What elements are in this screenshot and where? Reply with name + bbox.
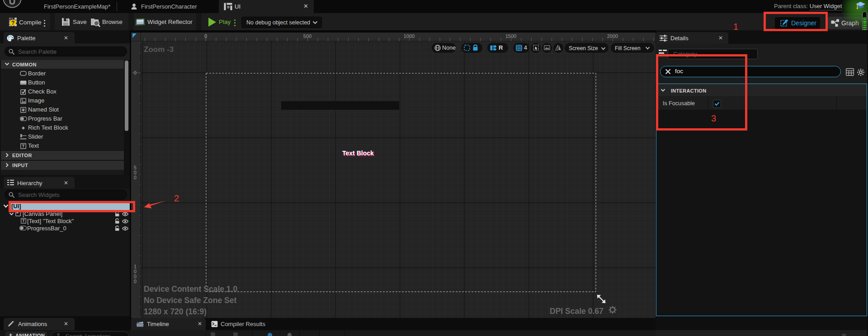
svg-text:0: 0	[134, 70, 137, 75]
svg-text:1500: 1500	[505, 33, 516, 39]
svg-text:0: 0	[134, 279, 137, 284]
svg-text:0: 0	[204, 33, 207, 39]
svg-text:?: ?	[11, 20, 15, 26]
svg-text:Text Block: Text Block	[342, 149, 374, 157]
svg-text:2000: 2000	[607, 33, 618, 39]
svg-text:500: 500	[303, 33, 311, 39]
svg-text:Zoom -3: Zoom -3	[144, 45, 174, 54]
svg-text:1000: 1000	[404, 33, 415, 39]
svg-text:DPI Scale 0.67: DPI Scale 0.67	[550, 307, 604, 316]
svg-text:1280 x 720 (16:9): 1280 x 720 (16:9)	[144, 307, 207, 316]
svg-text:Device Content Scale 1.0: Device Content Scale 1.0	[144, 285, 237, 294]
svg-text:0: 0	[134, 175, 137, 180]
svg-text:No Device Safe Zone Set: No Device Safe Zone Set	[144, 296, 236, 305]
